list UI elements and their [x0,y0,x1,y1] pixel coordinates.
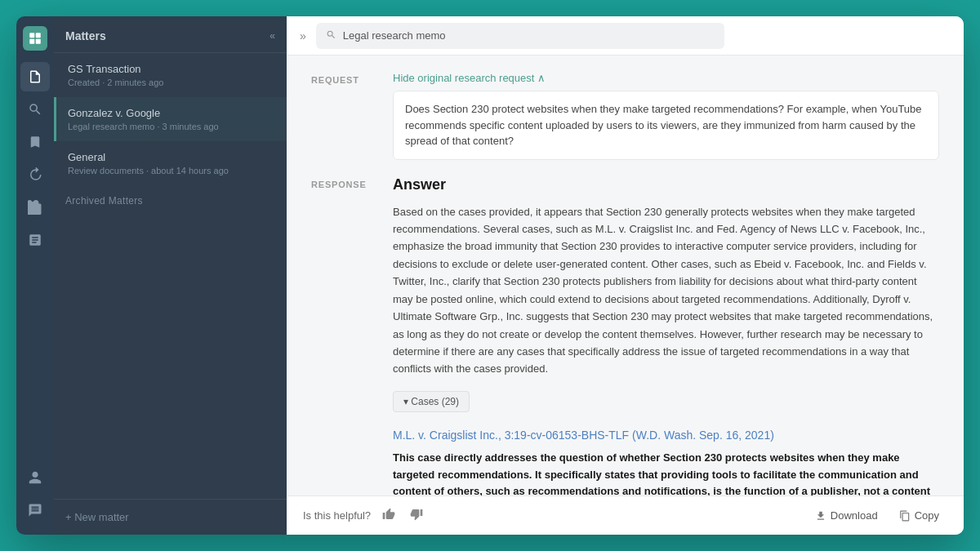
request-section: REQUEST Hide original research request ∧… [311,72,939,160]
answer-body: Based on the cases provided, it appears … [393,203,939,378]
new-matter-button[interactable]: + New matter [54,499,287,535]
matter-item-gonzalez[interactable]: Gonzalez v. Google Legal research memo ·… [54,97,287,141]
request-text: Does Section 230 protect websites when t… [405,103,922,147]
nav-user-icon[interactable] [20,463,50,492]
nav-bookmark-icon[interactable] [20,127,50,157]
response-content: Answer Based on the cases provided, it a… [393,176,939,496]
top-bar: » Legal research memo [287,16,964,56]
case-card: M.L. v. Craigslist Inc., 3:19-cv-06153-B… [393,429,939,495]
app-logo [23,26,47,51]
matter-name: GS Transaction [68,63,275,75]
matter-name: Gonzalez v. Google [68,107,275,119]
matter-meta: Legal research memo · 3 minutes ago [68,122,275,131]
matters-sidebar: Matters « GS Transaction Created · 2 min… [54,16,287,535]
svg-rect-0 [29,33,34,38]
nav-search-icon[interactable] [20,95,50,124]
search-bar[interactable]: Legal research memo [316,23,724,49]
thumbs-up-button[interactable] [379,504,399,527]
svg-rect-2 [29,39,34,44]
svg-rect-3 [36,39,41,44]
matters-header: Matters « [54,16,287,53]
matter-meta: Created · 2 minutes ago [68,78,275,87]
hide-request-link[interactable]: Hide original research request ∧ [393,72,939,84]
cases-toggle-button[interactable]: ▾ Cases (29) [393,391,470,412]
search-text: Legal research memo [343,29,446,42]
download-button[interactable]: Download [807,504,886,527]
archived-matters-label: Archived Matters [54,185,287,216]
case-link[interactable]: M.L. v. Craigslist Inc., 3:19-cv-06153-B… [393,429,939,442]
copy-button[interactable]: Copy [891,504,947,527]
matter-item-general[interactable]: General Review documents · about 14 hour… [54,141,287,185]
nav-history-icon[interactable] [20,160,50,189]
actions-section: Download Copy [807,504,947,527]
request-box: Does Section 230 protect websites when t… [393,91,939,160]
response-label: RESPONSE [311,176,376,496]
main-content: » Legal research memo REQUEST Hide origi… [287,16,964,535]
matter-name: General [68,151,275,163]
request-label: REQUEST [311,72,376,160]
icon-rail [16,16,54,535]
nav-reports-icon[interactable] [20,225,50,255]
svg-rect-1 [36,33,41,38]
case-summary: This case directly addresses the questio… [393,450,939,495]
helpful-label: Is this helpful? [303,509,371,522]
nav-matters-icon[interactable] [20,62,50,91]
bottom-bar: Is this helpful? Download [287,495,964,535]
thumbs-down-button[interactable] [407,504,426,527]
matters-title: Matters [65,29,106,42]
helpful-section: Is this helpful? [303,504,426,527]
request-content: Hide original research request ∧ Does Se… [393,72,939,160]
nav-docs-icon[interactable] [20,193,50,222]
matter-meta: Review documents · about 14 hours ago [68,166,275,176]
response-section: RESPONSE Answer Based on the cases provi… [311,176,939,496]
matter-item-gs-transaction[interactable]: GS Transaction Created · 2 minutes ago [54,53,287,97]
answer-title: Answer [393,176,939,193]
nav-chat-icon[interactable] [20,495,50,525]
collapse-sidebar-button[interactable]: « [270,30,275,42]
search-icon [326,29,336,42]
content-area: REQUEST Hide original research request ∧… [287,56,964,495]
expand-panel-button[interactable]: » [300,29,306,42]
